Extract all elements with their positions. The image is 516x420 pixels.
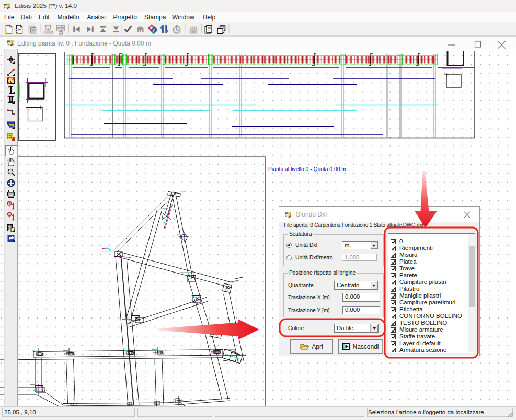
svg-text:Pianta al livello 0 - Quota 0.: Pianta al livello 0 - Quota 0.00 m. <box>268 166 348 172</box>
